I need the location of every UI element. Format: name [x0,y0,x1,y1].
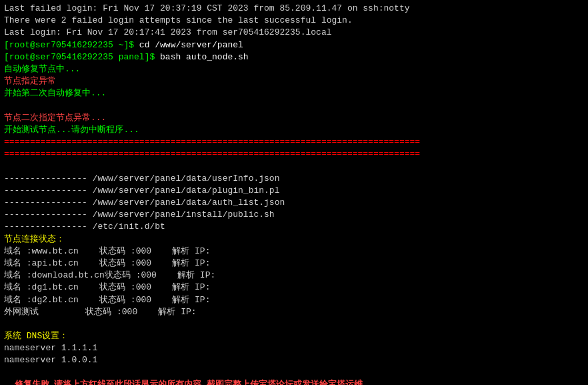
terminal-line: ========================================… [4,136,584,148]
terminal-line: ---------------- /www/server/panel/data/… [4,197,584,209]
terminal-line: ---------------- /etc/init.d/bt [4,221,584,233]
terminal-line [4,160,584,172]
terminal-line [4,100,584,112]
terminal-line: ---------------- /www/server/panel/data/… [4,173,584,185]
terminal-line: [root@ser705416292235 ~]$ cd /www/server… [4,39,584,51]
terminal-line: Last failed login: Fri Nov 17 20:37:19 C… [4,3,584,15]
terminal: Last failed login: Fri Nov 17 20:37:19 C… [0,0,588,385]
terminal-line: 系统 DNS设置： [4,330,584,342]
terminal-line: nameserver 1.1.1.1 [4,342,584,354]
terminal-line: Last login: Fri Nov 17 20:17:41 2023 fro… [4,27,584,39]
terminal-line: 域名 :dg2.bt.cn 状态码 :000 解析 IP: [4,294,584,306]
terminal-line: There were 2 failed login attempts since… [4,15,584,27]
terminal-line: 节点二次指定节点异常... [4,112,584,124]
terminal-line: 并始第二次自动修复中... [4,87,584,99]
terminal-line: 外网测试 状态码 :000 解析 IP: [4,306,584,318]
terminal-line [4,367,584,379]
terminal-line: 修复失败,请将上方红线至此段话显示的所有内容,截图完整上传宝塔论坛或发送给宝塔运… [4,379,584,385]
terminal-line: nameserver 1.0.0.1 [4,354,584,366]
terminal-line [4,318,584,330]
terminal-line: 自动修复节点中... [4,63,584,75]
terminal-line: 节点连接状态： [4,234,584,246]
terminal-line: 域名 :www.bt.cn 状态码 :000 解析 IP: [4,246,584,258]
terminal-line: 域名 :api.bt.cn 状态码 :000 解析 IP: [4,258,584,270]
terminal-line: [root@ser705416292235 panel]$ bash auto_… [4,51,584,63]
terminal-line: 域名 :download.bt.cn状态码 :000 解析 IP: [4,270,584,282]
terminal-line: 开始测试节点...请勿中断程序... [4,124,584,136]
terminal-line: 节点指定异常 [4,75,584,87]
terminal-line: ---------------- /www/server/panel/insta… [4,209,584,221]
terminal-line: 域名 :dg1.bt.cn 状态码 :000 解析 IP: [4,282,584,294]
terminal-line: ========================================… [4,148,584,160]
terminal-content: Last failed login: Fri Nov 17 20:37:19 C… [4,3,584,385]
terminal-line: ---------------- /www/server/panel/data/… [4,185,584,197]
